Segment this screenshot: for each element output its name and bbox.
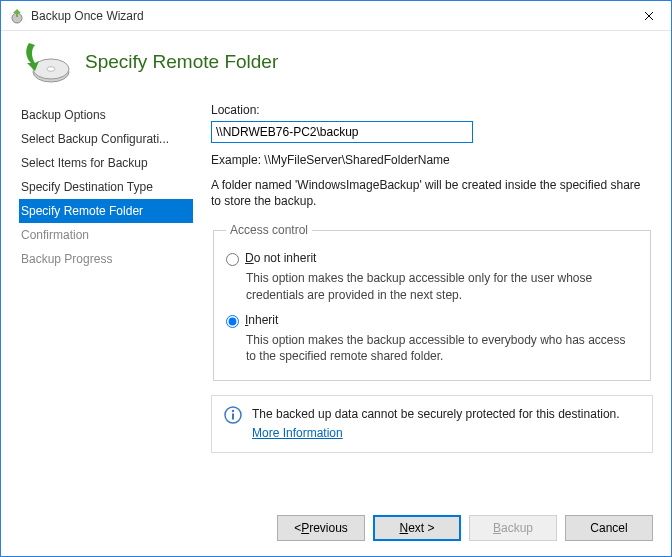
cancel-button[interactable]: Cancel xyxy=(565,515,653,541)
location-input[interactable] xyxy=(211,121,473,143)
radio-inherit-input[interactable] xyxy=(226,315,239,328)
info-message: The backed up data cannot be securely pr… xyxy=(252,406,620,423)
wizard-window: Backup Once Wizard Specify Remote Folder… xyxy=(0,0,672,557)
svg-point-5 xyxy=(232,410,234,412)
info-text-block: The backed up data cannot be securely pr… xyxy=(252,406,620,442)
location-example: Example: \\MyFileServer\SharedFolderName xyxy=(211,153,653,167)
svg-rect-6 xyxy=(232,414,234,420)
more-information-link[interactable]: More Information xyxy=(252,425,343,442)
radio-inherit[interactable]: Inherit xyxy=(226,313,638,328)
radio-do-not-inherit-input[interactable] xyxy=(226,253,239,266)
main-pane: Location: Example: \\MyFileServer\Shared… xyxy=(193,99,653,500)
titlebar: Backup Once Wizard xyxy=(1,1,671,31)
sidebar-item-select-items[interactable]: Select Items for Backup xyxy=(19,151,193,175)
inherit-description: This option makes the backup accessible … xyxy=(246,332,638,364)
radio-do-not-inherit-label: Do not inherit xyxy=(245,251,316,265)
sidebar-item-destination-type[interactable]: Specify Destination Type xyxy=(19,175,193,199)
access-control-group: Access control Do not inherit This optio… xyxy=(213,223,651,381)
info-icon xyxy=(224,406,242,424)
app-icon xyxy=(9,8,25,24)
next-button[interactable]: Next > xyxy=(373,515,461,541)
do-not-inherit-description: This option makes the backup accessible … xyxy=(246,270,638,302)
window-title: Backup Once Wizard xyxy=(31,9,626,23)
info-box: The backed up data cannot be securely pr… xyxy=(211,395,653,453)
page-title: Specify Remote Folder xyxy=(85,51,278,73)
wizard-steps: Backup Options Select Backup Configurati… xyxy=(19,99,193,500)
folder-description: A folder named 'WindowsImageBackup' will… xyxy=(211,177,653,209)
location-label: Location: xyxy=(211,103,653,117)
sidebar-item-backup-options[interactable]: Backup Options xyxy=(19,103,193,127)
svg-point-3 xyxy=(47,67,55,72)
sidebar-item-remote-folder[interactable]: Specify Remote Folder xyxy=(19,199,193,223)
close-button[interactable] xyxy=(626,1,671,30)
radio-inherit-label: Inherit xyxy=(245,313,278,327)
backup-icon xyxy=(21,39,71,85)
wizard-body: Backup Options Select Backup Configurati… xyxy=(1,99,671,500)
previous-button[interactable]: < Previous xyxy=(277,515,365,541)
button-row: < Previous Next > Backup Cancel xyxy=(1,500,671,556)
sidebar-item-backup-progress[interactable]: Backup Progress xyxy=(19,247,193,271)
backup-button: Backup xyxy=(469,515,557,541)
sidebar-item-confirmation[interactable]: Confirmation xyxy=(19,223,193,247)
radio-do-not-inherit[interactable]: Do not inherit xyxy=(226,251,638,266)
sidebar-item-select-backup-config[interactable]: Select Backup Configurati... xyxy=(19,127,193,151)
wizard-header: Specify Remote Folder xyxy=(1,31,671,99)
access-control-legend: Access control xyxy=(226,223,312,237)
